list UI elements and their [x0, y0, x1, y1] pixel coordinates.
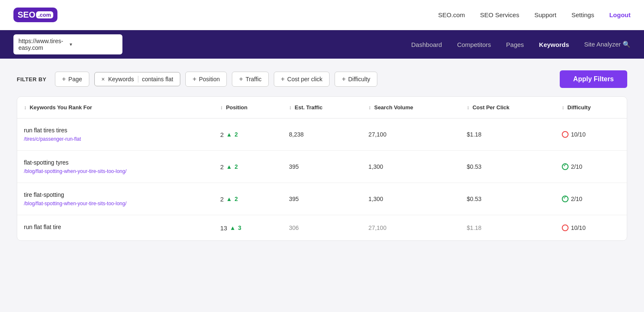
filter-keywords-button[interactable]: × Keywords contains flat [94, 72, 180, 86]
plus-icon: + [342, 75, 345, 83]
nav-settings[interactable]: Settings [571, 11, 594, 18]
filter-position-button[interactable]: + Position [185, 72, 227, 87]
table-header-row: ↕ Keywords You Rank For ↕ Position ↕ Est… [17, 97, 627, 119]
sub-nav-links: Dashboard Competitors Pages Keywords Sit… [411, 41, 631, 48]
position-number: 2 [220, 131, 223, 138]
subnav-keywords[interactable]: Keywords [539, 41, 569, 48]
plus-icon: + [239, 75, 243, 83]
keyword-text: run flat tires tires [24, 127, 207, 134]
logo-seo-text: SEO [18, 10, 35, 20]
cell-search-volume: 1,300 [362, 183, 460, 215]
filter-difficulty-button[interactable]: + Difficulty [335, 72, 377, 87]
col-header-position[interactable]: ↕ Position [213, 97, 282, 119]
difficulty-circle-icon [562, 131, 569, 138]
cell-position: 2 ▲ 2 [213, 183, 282, 215]
col-header-difficulty[interactable]: ↕ Difficulty [555, 97, 627, 119]
table-row: run flat flat tire 13 ▲ 3 306 27,100 $1.… [17, 215, 627, 241]
arrow-up-icon: ▲ [226, 163, 232, 170]
position-change: 2 [234, 163, 238, 170]
plus-icon: + [281, 75, 285, 83]
filter-position-label: Position [199, 76, 220, 83]
subnav-site-analyzer[interactable]: Site Analyzer 🔍 [584, 41, 631, 48]
col-header-search-volume[interactable]: ↕ Search Volume [362, 97, 460, 119]
cell-keyword: flat-spotting tyres /blog/flat-spotting-… [17, 151, 213, 183]
difficulty-circle-icon [562, 224, 569, 231]
table-row: flat-spotting tyres /blog/flat-spotting-… [17, 151, 627, 183]
cell-est-traffic: 395 [282, 183, 362, 215]
keywords-table: ↕ Keywords You Rank For ↕ Position ↕ Est… [17, 97, 627, 240]
nav-support[interactable]: Support [534, 11, 556, 18]
cell-search-volume: 27,100 [362, 215, 460, 241]
filter-cpc-label: Cost per click [287, 76, 322, 83]
filter-page-label: Page [68, 76, 82, 83]
logo-dot-text: .com [36, 11, 53, 18]
position-change: 2 [234, 196, 238, 202]
site-selector[interactable]: https://www.tires-easy.com ▾ [13, 34, 122, 54]
sort-icon: ↕ [562, 105, 564, 111]
cell-position: 13 ▲ 3 [213, 215, 282, 241]
site-analyzer-label: Site Analyzer [584, 41, 621, 48]
cell-cpc: $0.53 [460, 151, 555, 183]
cell-est-traffic: 306 [282, 215, 362, 241]
cell-search-volume: 1,300 [362, 151, 460, 183]
difficulty-value: 10/10 [571, 131, 586, 138]
keyword-text: tire flat-spotting [24, 191, 207, 198]
subnav-pages[interactable]: Pages [506, 41, 524, 48]
difficulty-circle-icon [562, 196, 569, 202]
cell-search-volume: 27,100 [362, 119, 460, 151]
keyword-text: flat-spotting tyres [24, 159, 207, 166]
subnav-dashboard[interactable]: Dashboard [411, 41, 442, 48]
difficulty-value: 2/10 [571, 196, 582, 202]
plus-icon: + [62, 75, 66, 83]
cell-difficulty: 10/10 [555, 119, 627, 151]
filter-page-button[interactable]: + Page [55, 72, 89, 87]
cell-keyword: run flat tires tires /tires/c/passenger-… [17, 119, 213, 151]
site-url: https://www.tires-easy.com [18, 38, 66, 51]
cell-est-traffic: 8,238 [282, 119, 362, 151]
position-number: 2 [220, 196, 223, 203]
cell-cpc: $0.53 [460, 183, 555, 215]
position-change: 3 [238, 224, 242, 231]
arrow-up-icon: ▲ [230, 224, 236, 231]
top-nav: SEO .com SEO.com SEO Services Support Se… [0, 0, 644, 30]
cell-position: 2 ▲ 2 [213, 119, 282, 151]
sort-icon: ↕ [467, 105, 469, 111]
keyword-url[interactable]: /blog/flat-spotting-when-your-tire-sits-… [24, 201, 127, 206]
apply-filters-button[interactable]: Apply Filters [560, 70, 627, 88]
col-header-est-traffic[interactable]: ↕ Est. Traffic [282, 97, 362, 119]
filter-by-label: FILTER BY [17, 76, 47, 83]
filter-difficulty-label: Difficulty [348, 76, 370, 83]
subnav-competitors[interactable]: Competitors [457, 41, 491, 48]
cell-position: 2 ▲ 2 [213, 151, 282, 183]
keyword-text: run flat flat tire [24, 224, 207, 230]
keyword-url[interactable]: /blog/flat-spotting-when-your-tire-sits-… [24, 168, 127, 174]
table-row: tire flat-spotting /blog/flat-spotting-w… [17, 183, 627, 215]
sub-nav: https://www.tires-easy.com ▾ Dashboard C… [0, 30, 644, 59]
cell-est-traffic: 395 [282, 151, 362, 183]
cell-keyword: run flat flat tire [17, 215, 213, 241]
difficulty-value: 10/10 [571, 224, 586, 231]
logo[interactable]: SEO .com [13, 8, 57, 22]
filter-keywords-value: contains flat [138, 76, 173, 83]
table-row: run flat tires tires /tires/c/passenger-… [17, 119, 627, 151]
filter-cpc-button[interactable]: + Cost per click [274, 72, 330, 87]
plus-icon: + [192, 75, 196, 83]
nav-seo-services[interactable]: SEO Services [480, 11, 519, 18]
close-icon: × [101, 76, 105, 83]
col-header-cpc[interactable]: ↕ Cost Per Click [460, 97, 555, 119]
filter-keywords-label: Keywords [108, 76, 134, 83]
cell-difficulty: 10/10 [555, 215, 627, 241]
cell-cpc: $1.18 [460, 119, 555, 151]
col-header-keyword[interactable]: ↕ Keywords You Rank For [17, 97, 213, 119]
nav-seo-com[interactable]: SEO.com [438, 11, 465, 18]
cell-difficulty: 2/10 [555, 183, 627, 215]
position-number: 2 [220, 163, 223, 170]
keyword-url[interactable]: /tires/c/passenger-run-flat [24, 136, 81, 142]
sort-icon: ↕ [220, 105, 223, 111]
nav-logout[interactable]: Logout [609, 11, 631, 18]
filter-traffic-label: Traffic [246, 76, 262, 83]
sort-icon: ↕ [24, 105, 26, 111]
filter-traffic-button[interactable]: + Traffic [232, 72, 268, 87]
cell-cpc: $1.18 [460, 215, 555, 241]
difficulty-circle-icon [562, 163, 569, 170]
